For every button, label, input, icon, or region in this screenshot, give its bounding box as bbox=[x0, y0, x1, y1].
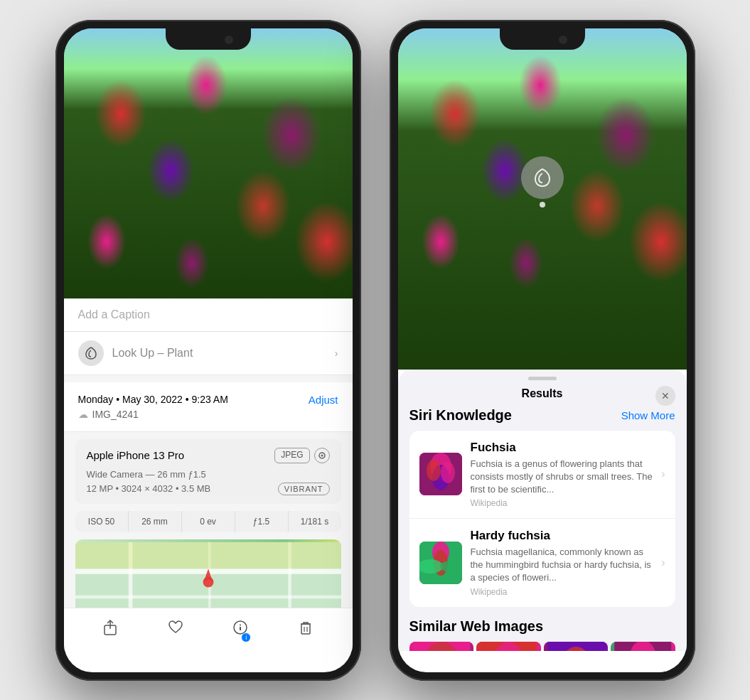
right-phone-screen: Results ✕ Siri Knowledge Show More bbox=[398, 28, 687, 672]
info-button[interactable]: i bbox=[232, 620, 248, 640]
lookup-label: Look Up – Plant bbox=[112, 347, 193, 360]
show-more-button[interactable]: Show More bbox=[621, 409, 675, 421]
lookup-sep: – bbox=[158, 347, 167, 359]
siri-knowledge-title: Siri Knowledge bbox=[409, 407, 512, 424]
photo-info-area: Add a Caption Look Up – Plant › bbox=[64, 298, 353, 608]
lookup-icon-circle bbox=[78, 340, 104, 366]
share-button[interactable] bbox=[102, 620, 118, 640]
svg-point-14 bbox=[240, 624, 241, 625]
hardy-fuchsia-chevron: › bbox=[661, 556, 665, 569]
lookup-chevron: › bbox=[335, 348, 338, 359]
flower-photo[interactable] bbox=[64, 28, 353, 298]
svg-point-21 bbox=[427, 460, 441, 481]
exif-aperture: ƒ1.5 bbox=[235, 511, 289, 532]
similar-img-1-svg bbox=[409, 642, 474, 651]
lookup-prefix: Look Up bbox=[112, 347, 155, 359]
right-flower-photo[interactable] bbox=[398, 28, 687, 370]
meta-date-row: Monday • May 30, 2022 • 9:23 AM Adjust bbox=[78, 394, 338, 406]
fuchsia-source: Wikipedia bbox=[471, 498, 653, 508]
left-phone: Add a Caption Look Up – Plant › bbox=[55, 20, 361, 681]
similar-image-4[interactable] bbox=[611, 642, 675, 651]
exif-row: ISO 50 26 mm 0 ev ƒ1.5 1/181 s bbox=[75, 511, 341, 532]
similar-images-header: Similar Web Images bbox=[409, 618, 675, 635]
similar-image-3[interactable] bbox=[544, 642, 609, 651]
toolbar: i bbox=[64, 608, 353, 651]
favorite-button[interactable] bbox=[168, 620, 183, 640]
knowledge-card: Fuchsia Fuchsia is a genus of flowering … bbox=[409, 431, 675, 607]
siri-knowledge-header: Siri Knowledge Show More bbox=[409, 407, 675, 424]
meta-date: Monday • May 30, 2022 • 9:23 AM bbox=[78, 394, 228, 405]
map-area[interactable] bbox=[75, 539, 341, 608]
exif-shutter: 1/181 s bbox=[289, 511, 341, 532]
similar-image-1[interactable] bbox=[409, 642, 474, 651]
resolution-text: 12 MP • 3024 × 4032 • 3.5 MB bbox=[87, 483, 211, 494]
home-indicator bbox=[64, 651, 353, 672]
device-section: Apple iPhone 13 Pro JPEG Wide Camera bbox=[75, 439, 341, 504]
home-bar bbox=[166, 659, 251, 663]
svg-point-22 bbox=[441, 462, 455, 483]
knowledge-item-hardy-fuchsia[interactable]: Hardy fuchsia Fuchsia magellanica, commo… bbox=[409, 519, 675, 607]
results-close-button[interactable]: ✕ bbox=[655, 386, 675, 406]
share-icon bbox=[102, 620, 118, 635]
results-header: Results ✕ bbox=[398, 380, 687, 407]
meta-filename-row: ☁ IMG_4241 bbox=[78, 409, 338, 420]
right-home-bar bbox=[500, 659, 585, 663]
fuchsia-thumb-image bbox=[419, 453, 462, 495]
visual-intelligence-leaf-icon bbox=[531, 166, 554, 189]
exif-ev: 0 ev bbox=[182, 511, 235, 532]
left-phone-screen: Add a Caption Look Up – Plant › bbox=[64, 28, 353, 672]
visual-intelligence-button[interactable] bbox=[521, 156, 564, 199]
notch bbox=[166, 28, 251, 50]
camera-specs: Wide Camera — 26 mm ƒ1.5 bbox=[87, 469, 330, 480]
resolution-row: 12 MP • 3024 × 4032 • 3.5 MB VIBRANT bbox=[87, 483, 330, 495]
svg-point-27 bbox=[440, 561, 462, 572]
lookup-row[interactable]: Look Up – Plant › bbox=[64, 332, 353, 375]
exif-iso: ISO 50 bbox=[75, 511, 129, 532]
fuchsia-description: Fuchsia is a genus of flowering plants t… bbox=[471, 458, 653, 497]
similar-img-4-svg bbox=[611, 642, 675, 651]
hardy-fuchsia-source: Wikipedia bbox=[471, 587, 653, 597]
cloud-icon: ☁ bbox=[78, 409, 88, 420]
adjust-button[interactable]: Adjust bbox=[309, 394, 338, 406]
fuchsia-name: Fuchsia bbox=[471, 441, 653, 455]
caption-area[interactable]: Add a Caption bbox=[64, 298, 353, 332]
svg-point-1 bbox=[321, 454, 323, 456]
siri-indicator-dot bbox=[540, 202, 545, 208]
map-svg bbox=[75, 539, 341, 608]
results-title: Results bbox=[522, 387, 563, 400]
info-badge: i bbox=[241, 632, 251, 642]
device-name: Apple iPhone 13 Pro bbox=[87, 449, 185, 461]
front-camera bbox=[225, 36, 233, 44]
fuchsia-thumbnail bbox=[419, 453, 462, 495]
right-front-camera bbox=[559, 36, 567, 44]
vibrant-badge: VIBRANT bbox=[278, 483, 330, 495]
hardy-fuchsia-info: Hardy fuchsia Fuchsia magellanica, commo… bbox=[471, 529, 653, 597]
trash-icon bbox=[298, 620, 314, 635]
close-icon: ✕ bbox=[661, 390, 670, 402]
svg-rect-15 bbox=[301, 624, 310, 634]
results-panel: Results ✕ Siri Knowledge Show More bbox=[398, 370, 687, 651]
delete-button[interactable] bbox=[298, 620, 314, 640]
knowledge-item-fuchsia[interactable]: Fuchsia Fuchsia is a genus of flowering … bbox=[409, 431, 675, 519]
fuchsia-info: Fuchsia Fuchsia is a genus of flowering … bbox=[471, 441, 653, 509]
similar-img-3-svg bbox=[544, 642, 609, 651]
fuchsia-chevron: › bbox=[661, 468, 665, 480]
right-phone: Results ✕ Siri Knowledge Show More bbox=[390, 20, 695, 681]
hardy-fuchsia-thumb-image bbox=[419, 542, 462, 584]
settings-icon-circle[interactable] bbox=[314, 448, 330, 463]
device-row: Apple iPhone 13 Pro JPEG bbox=[87, 448, 330, 463]
heart-icon bbox=[168, 620, 183, 635]
similar-image-2[interactable] bbox=[476, 642, 541, 651]
hardy-fuchsia-thumbnail bbox=[419, 542, 462, 584]
right-flower-background bbox=[398, 28, 687, 370]
meta-filename: IMG_4241 bbox=[92, 409, 139, 420]
similar-web-images-section: Similar Web Images bbox=[409, 618, 675, 651]
svg-rect-8 bbox=[75, 542, 341, 568]
settings-icon bbox=[318, 451, 326, 460]
exif-focal: 26 mm bbox=[129, 511, 182, 532]
right-notch bbox=[500, 28, 585, 50]
similar-img-2-svg bbox=[476, 642, 541, 651]
caption-placeholder[interactable]: Add a Caption bbox=[78, 308, 150, 321]
format-badge: JPEG bbox=[274, 448, 309, 463]
siri-knowledge-section: Siri Knowledge Show More bbox=[409, 407, 675, 607]
